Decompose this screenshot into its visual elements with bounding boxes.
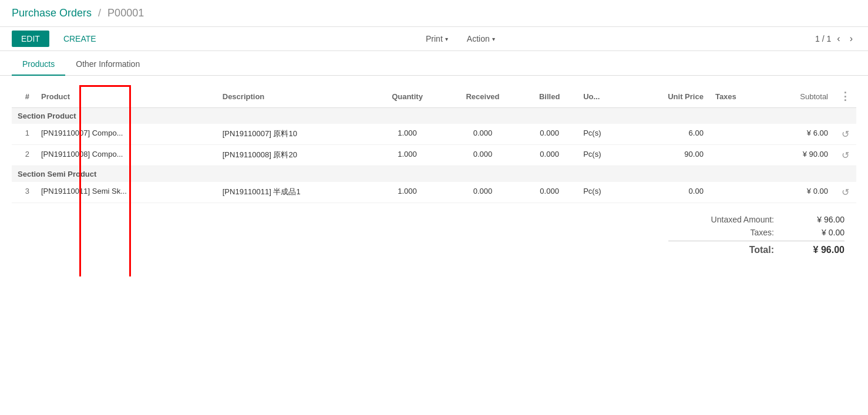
row-history[interactable]: ↺ [834, 145, 856, 166]
row-uom: Pc(s) [577, 124, 628, 145]
col-header-billed: Billed [522, 85, 577, 108]
row-subtotal: ¥ 90.00 [766, 145, 834, 166]
totals-section: Untaxed Amount: ¥ 96.00 Taxes: ¥ 0.00 To… [12, 203, 856, 267]
table-row[interactable]: 1 [PN19110007] Compo... [PN19110007] 原料1… [12, 124, 856, 145]
section-row-product: Section Product [12, 108, 856, 124]
row-unit-price[interactable]: 90.00 [628, 145, 709, 166]
table-body: Section Product 1 [PN19110007] Compo... … [12, 108, 856, 203]
section-product-label: Section Product [18, 112, 76, 120]
table-header: # Product Description Quantity Received … [12, 85, 856, 108]
section-row-semi: Section Semi Product [12, 166, 856, 183]
tab-products[interactable]: Products [12, 53, 65, 76]
untaxed-total-row: Untaxed Amount: ¥ 96.00 [668, 215, 845, 224]
content-area: # Product Description Quantity Received … [0, 76, 868, 276]
row-taxes[interactable] [709, 124, 766, 145]
row-billed: 0.000 [522, 124, 577, 145]
taxes-total-row: Taxes: ¥ 0.00 [668, 228, 845, 237]
section-semi-label: Section Semi Product [18, 170, 96, 178]
nav-prev-button[interactable]: ‹ [833, 31, 843, 46]
col-header-received: Received [444, 85, 522, 108]
row-received: 0.000 [444, 182, 522, 203]
row-uom: Pc(s) [577, 145, 628, 166]
history-icon[interactable]: ↺ [842, 150, 849, 160]
col-header-description: Description [217, 85, 371, 108]
taxes-label: Taxes: [686, 228, 774, 237]
col-header-uom: Uo... [577, 85, 628, 108]
row-quantity[interactable]: 1.000 [371, 182, 444, 203]
untaxed-label: Untaxed Amount: [686, 215, 774, 224]
row-taxes[interactable] [709, 145, 766, 166]
col-header-product: Product [35, 85, 217, 108]
taxes-value: ¥ 0.00 [798, 228, 845, 237]
action-chevron-icon: ▾ [492, 36, 495, 42]
row-product[interactable]: [PN19110008] Compo... [35, 145, 217, 166]
row-num: 2 [12, 145, 35, 166]
untaxed-value: ¥ 96.00 [798, 215, 845, 224]
history-icon[interactable]: ↺ [842, 129, 849, 139]
print-chevron-icon: ▾ [445, 36, 448, 42]
row-billed: 0.000 [522, 182, 577, 203]
table-wrapper: # Product Description Quantity Received … [12, 85, 856, 203]
row-quantity[interactable]: 1.000 [371, 124, 444, 145]
row-num: 1 [12, 124, 35, 145]
toolbar-nav: 1 / 1 ‹ › [815, 31, 856, 46]
col-header-unit-price: Unit Price [628, 85, 709, 108]
row-description: [PN19110011] 半成品1 [217, 182, 371, 203]
table-row[interactable]: 3 [PN19110011] Semi Sk... [PN19110011] 半… [12, 182, 856, 203]
tab-other-information[interactable]: Other Information [65, 53, 150, 76]
row-history[interactable]: ↺ [834, 124, 856, 145]
row-num: 3 [12, 182, 35, 203]
tabs: Products Other Information [0, 53, 868, 76]
action-label: Action [467, 34, 490, 43]
history-icon[interactable]: ↺ [842, 187, 849, 197]
action-button[interactable]: Action ▾ [460, 31, 502, 47]
row-description: [PN19110008] 原料20 [217, 145, 371, 166]
table-row[interactable]: 2 [PN19110008] Compo... [PN19110008] 原料2… [12, 145, 856, 166]
breadcrumb-current: P00001 [107, 7, 144, 19]
row-uom: Pc(s) [577, 182, 628, 203]
col-header-actions: ⋮ [834, 85, 856, 108]
row-unit-price[interactable]: 6.00 [628, 124, 709, 145]
col-header-subtotal: Subtotal [766, 85, 834, 108]
toolbar-center: Print ▾ Action ▾ [110, 31, 810, 47]
row-subtotal: ¥ 6.00 [766, 124, 834, 145]
row-product[interactable]: [PN19110007] Compo... [35, 124, 217, 145]
print-button[interactable]: Print ▾ [419, 31, 455, 47]
print-label: Print [426, 34, 443, 43]
edit-button[interactable]: EDIT [12, 31, 49, 47]
total-label: Total: [686, 245, 774, 255]
breadcrumb: Purchase Orders / P00001 [12, 7, 856, 19]
grand-total-row: Total: ¥ 96.00 [668, 241, 845, 255]
toolbar: EDIT CREATE Print ▾ Action ▾ 1 / 1 ‹ › [0, 27, 868, 51]
row-subtotal: ¥ 0.00 [766, 182, 834, 203]
col-header-num: # [12, 85, 35, 108]
row-description: [PN19110007] 原料10 [217, 124, 371, 145]
breadcrumb-separator: / [98, 7, 101, 19]
col-header-quantity: Quantity [371, 85, 444, 108]
total-value: ¥ 96.00 [798, 245, 845, 255]
column-menu-icon[interactable]: ⋮ [840, 90, 850, 102]
row-unit-price[interactable]: 0.00 [628, 182, 709, 203]
row-history[interactable]: ↺ [834, 182, 856, 203]
nav-next-button[interactable]: › [846, 31, 856, 46]
breadcrumb-parent[interactable]: Purchase Orders [12, 7, 92, 19]
top-header: Purchase Orders / P00001 [0, 0, 868, 27]
row-product[interactable]: [PN19110011] Semi Sk... [35, 182, 217, 203]
row-received: 0.000 [444, 145, 522, 166]
row-quantity[interactable]: 1.000 [371, 145, 444, 166]
row-billed: 0.000 [522, 145, 577, 166]
create-button[interactable]: CREATE [54, 31, 106, 47]
col-header-taxes: Taxes [709, 85, 766, 108]
row-received: 0.000 [444, 124, 522, 145]
products-table: # Product Description Quantity Received … [12, 85, 856, 203]
nav-page-indicator: 1 / 1 [815, 34, 831, 43]
row-taxes[interactable] [709, 182, 766, 203]
